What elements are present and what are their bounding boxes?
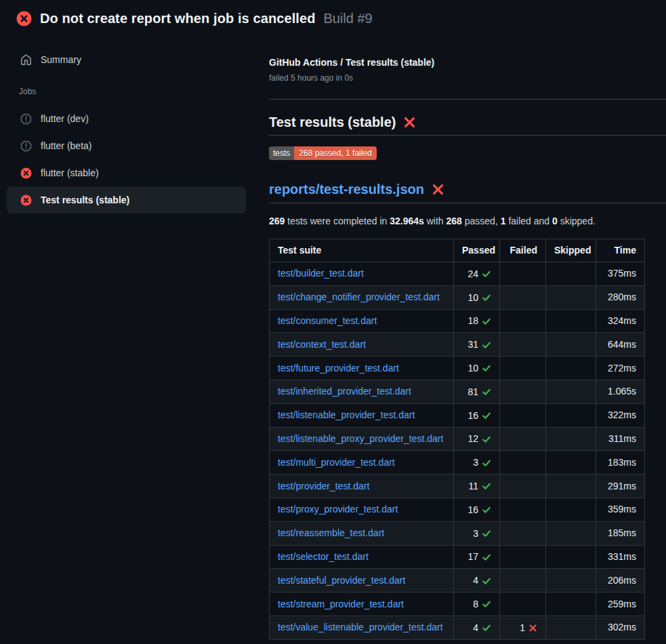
check-run-title-text: Test results (stable) — [269, 112, 396, 132]
col-header-skipped: Skipped — [546, 239, 596, 262]
sidebar-item-summary[interactable]: Summary — [7, 46, 246, 73]
failed-x-icon — [432, 183, 444, 196]
table-row: test/value_listenable_provider_test.dart… — [270, 616, 645, 639]
failed-cell: 1 — [500, 616, 546, 639]
duration: 32.964s — [390, 216, 424, 226]
failed-x-icon — [403, 116, 416, 129]
passed-cell: 8 — [454, 592, 500, 616]
passed-cell: 11 — [454, 475, 500, 498]
passed-cell: 12 — [454, 427, 500, 451]
check-icon — [482, 363, 491, 373]
test-suite-link[interactable]: test/proxy_provider_test.dart — [278, 504, 398, 515]
check-icon — [482, 317, 491, 326]
jobs-list: flutter (dev)flutter (beta)flutter (stab… — [7, 105, 246, 214]
test-suite-cell: test/context_test.dart — [270, 333, 454, 357]
test-suite-link[interactable]: test/provider_test.dart — [278, 481, 369, 491]
run-meta: failed 5 hours ago in 0s — [269, 73, 666, 83]
failed-cell — [500, 475, 546, 498]
test-suite-link[interactable]: test/future_provider_test.dart — [278, 363, 399, 374]
check-icon — [482, 505, 491, 515]
failed-cell — [500, 545, 546, 569]
failed-cell — [500, 262, 546, 286]
summary-text: tests were completed in — [285, 216, 390, 226]
test-suite-cell: test/stateful_provider_test.dart — [270, 569, 454, 592]
failed-cell — [500, 309, 546, 333]
home-icon — [20, 54, 32, 66]
skipped-cell — [546, 451, 596, 475]
x-circle-icon — [20, 167, 32, 179]
summary-text: skipped. — [558, 216, 596, 226]
test-suite-link[interactable]: test/inherited_provider_test.dart — [278, 386, 411, 397]
time-cell: 259ms — [596, 592, 645, 616]
time-cell: 644ms — [596, 333, 645, 357]
test-suite-link[interactable]: test/listenable_proxy_provider_test.dart — [278, 433, 443, 444]
time-cell: 359ms — [596, 498, 645, 521]
failed-cell — [500, 569, 546, 592]
time-cell: 291ms — [596, 475, 645, 498]
test-suite-link[interactable]: test/context_test.dart — [278, 339, 366, 350]
table-row: test/consumer_test.dart18324ms — [270, 309, 645, 333]
test-suite-cell: test/proxy_provider_test.dart — [270, 498, 454, 521]
table-row: test/future_provider_test.dart10272ms — [270, 357, 645, 380]
check-icon — [482, 599, 491, 609]
col-header-time: Time — [596, 239, 645, 262]
test-suite-link[interactable]: test/listenable_provider_test.dart — [278, 409, 415, 420]
table-row: test/stream_provider_test.dart8259ms — [270, 592, 645, 616]
time-cell: 185ms — [596, 521, 645, 545]
check-icon — [482, 435, 491, 444]
tests-badge: tests 268 passed, 1 failed — [269, 146, 377, 160]
test-suite-link[interactable]: test/selector_test.dart — [278, 551, 369, 562]
test-suite-link[interactable]: test/stream_provider_test.dart — [278, 599, 404, 609]
test-results-table: Test suite Passed Failed Skipped Time te… — [269, 239, 645, 640]
report-file-link[interactable]: reports/test-results.json — [269, 179, 424, 199]
check-icon — [482, 340, 491, 350]
test-suite-link[interactable]: test/reassemble_test.dart — [278, 527, 384, 538]
time-cell: 322ms — [596, 403, 645, 427]
table-header-row: Test suite Passed Failed Skipped Time — [270, 239, 645, 262]
jobs-section-label: Jobs — [7, 87, 246, 96]
sidebar-job-item[interactable]: Test results (stable) — [7, 186, 246, 214]
failed-cell — [500, 451, 546, 475]
skipped-cell — [546, 521, 596, 545]
failed-cell — [500, 521, 546, 545]
passed-cell: 4 — [454, 569, 500, 592]
test-suite-link[interactable]: test/builder_test.dart — [278, 268, 364, 279]
table-row: test/context_test.dart31644ms — [270, 333, 645, 357]
test-suite-link[interactable]: test/multi_provider_test.dart — [278, 457, 395, 468]
x-icon — [528, 624, 537, 632]
check-icon — [482, 269, 491, 279]
job-label: Test results (stable) — [41, 195, 129, 205]
table-row: test/change_notifier_provider_test.dart1… — [270, 285, 645, 309]
check-icon — [482, 387, 491, 397]
table-row: test/stateful_provider_test.dart4206ms — [270, 569, 645, 592]
breadcrumb: GitHub Actions / Test results (stable) — [269, 56, 666, 69]
test-suite-link[interactable]: test/change_notifier_provider_test.dart — [278, 291, 440, 302]
sidebar-job-item[interactable]: flutter (stable) — [7, 159, 246, 186]
passed-cell: 10 — [454, 357, 500, 380]
check-icon — [482, 576, 491, 586]
table-row: test/proxy_provider_test.dart16359ms — [270, 498, 645, 521]
test-suite-link[interactable]: test/value_listenable_provider_test.dart — [278, 622, 443, 632]
sidebar-job-item[interactable]: flutter (beta) — [7, 132, 246, 159]
test-suite-link[interactable]: test/stateful_provider_test.dart — [278, 575, 405, 586]
x-circle-icon — [20, 195, 32, 206]
table-row: test/inherited_provider_test.dart811.065… — [270, 380, 645, 403]
time-cell: 1.065s — [596, 380, 645, 403]
passed-cell: 16 — [454, 403, 500, 427]
check-icon — [482, 481, 491, 491]
failed-cell — [500, 427, 546, 451]
summary-label: Summary — [41, 54, 81, 65]
skipped-cell — [546, 357, 596, 380]
sidebar-job-item[interactable]: flutter (dev) — [7, 105, 246, 132]
total-count: 269 — [269, 216, 285, 226]
passed-count: 268 — [446, 216, 462, 226]
passed-cell: 3 — [454, 521, 500, 545]
check-run-title: Test results (stable) — [269, 112, 666, 136]
failed-cell — [500, 498, 546, 521]
test-suite-link[interactable]: test/consumer_test.dart — [278, 315, 377, 326]
failed-count: 1 — [501, 216, 506, 226]
check-icon — [482, 552, 491, 562]
results-summary: 269 tests were completed in 32.964s with… — [269, 214, 666, 228]
job-label: flutter (beta) — [41, 140, 91, 151]
summary-text: with — [424, 216, 446, 226]
